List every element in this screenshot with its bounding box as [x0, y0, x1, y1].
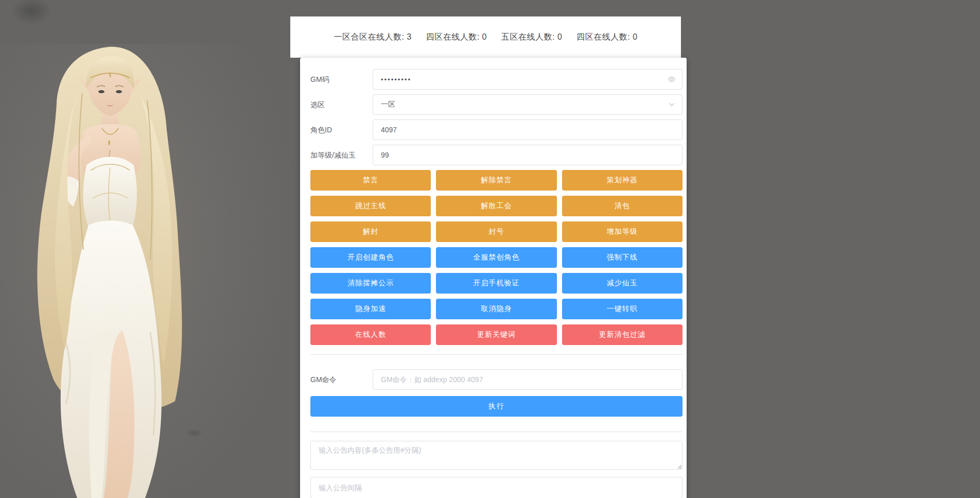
- unban-button[interactable]: 解封: [310, 221, 431, 242]
- mute-button[interactable]: 禁言: [310, 170, 431, 191]
- button-row-1: 禁言 解除禁言 策划神器: [310, 170, 682, 191]
- one-key-class-change-button[interactable]: 一键转职: [562, 299, 682, 319]
- disband-guild-button[interactable]: 解散工会: [436, 196, 556, 216]
- unmute-button[interactable]: 解除禁言: [436, 170, 556, 191]
- form-row-level: 加等级/减仙玉: [310, 145, 682, 165]
- role-id-input[interactable]: [373, 120, 682, 140]
- update-clearbag-filter-button[interactable]: 更新清包过滤: [562, 324, 682, 345]
- button-row-2: 跳过主线 解散工会 清包: [310, 196, 682, 216]
- planner-tool-button[interactable]: 策划神器: [562, 170, 682, 191]
- gm-panel-card: GM码 ••••••••• 选区 一区 角色ID: [300, 58, 687, 498]
- level-label: 加等级/减仙玉: [310, 145, 373, 165]
- divider: [310, 354, 682, 355]
- eye-icon[interactable]: [668, 75, 676, 83]
- gm-command-label: GM命令: [310, 369, 373, 390]
- button-row-4: 开启创建角色 全服禁创角色 强制下线: [310, 247, 682, 268]
- clear-bag-button[interactable]: 清包: [562, 196, 682, 216]
- clear-stall-notice-button[interactable]: 清除摆摊公示: [310, 273, 431, 294]
- form-row-gm-command: GM命令: [310, 369, 682, 390]
- watermark-smudge: [11, 0, 51, 25]
- stat-zone4-online: 四区在线人数: 0: [426, 32, 487, 43]
- background-smudge: [185, 429, 203, 437]
- ban-button[interactable]: 封号: [436, 221, 556, 242]
- gm-command-input[interactable]: [373, 370, 682, 389]
- stat-zone4b-online: 四区在线人数: 0: [576, 32, 637, 43]
- stealth-speed-button[interactable]: 隐身加速: [310, 299, 431, 319]
- button-row-7: 在线人数 更新关键词 更新清包过滤: [310, 324, 682, 345]
- button-row-3: 解封 封号 增加等级: [310, 221, 682, 242]
- stat-zone5-online: 五区在线人数: 0: [501, 32, 562, 43]
- elf-character-illustration: [0, 44, 300, 498]
- announcement-content-textarea[interactable]: [310, 441, 682, 470]
- button-row-6: 隐身加速 取消隐身 一键转职: [310, 299, 682, 319]
- form-row-gm-code: GM码 •••••••••: [310, 69, 682, 90]
- online-stats-bar: 一区合区在线人数: 3 四区在线人数: 0 五区在线人数: 0 四区在线人数: …: [290, 16, 681, 58]
- force-offline-button[interactable]: 强制下线: [562, 247, 682, 268]
- gm-code-input[interactable]: •••••••••: [373, 69, 682, 90]
- update-keywords-button[interactable]: 更新关键词: [436, 324, 556, 345]
- level-input[interactable]: [373, 145, 682, 165]
- cancel-stealth-button[interactable]: 取消隐身: [436, 299, 556, 319]
- form-row-zone: 选区 一区: [310, 94, 682, 115]
- zone-select[interactable]: 一区: [373, 94, 682, 115]
- online-count-button[interactable]: 在线人数: [310, 324, 431, 345]
- execute-button[interactable]: 执行: [310, 396, 682, 417]
- add-level-button[interactable]: 增加等级: [562, 221, 682, 242]
- enable-phone-verify-button[interactable]: 开启手机验证: [436, 273, 556, 294]
- gm-code-label: GM码: [310, 69, 373, 90]
- gm-code-masked-value: •••••••••: [373, 76, 419, 83]
- stat-zone1-online: 一区合区在线人数: 3: [334, 32, 411, 43]
- character-artwork: [0, 44, 300, 498]
- zone-label: 选区: [310, 94, 373, 115]
- divider: [310, 432, 682, 432]
- reduce-jade-button[interactable]: 减少仙玉: [562, 273, 682, 294]
- skip-mainline-button[interactable]: 跳过主线: [310, 196, 431, 216]
- zone-selected-value: 一区: [373, 100, 403, 109]
- announcement-section: [310, 441, 682, 498]
- forbid-create-role-button[interactable]: 全服禁创角色: [436, 247, 556, 268]
- chevron-down-icon: [668, 100, 676, 109]
- announcement-interval-input[interactable]: [311, 477, 682, 498]
- role-id-label: 角色ID: [310, 119, 373, 140]
- enable-create-role-button[interactable]: 开启创建角色: [310, 247, 431, 268]
- form-row-role-id: 角色ID: [310, 119, 682, 140]
- button-row-5: 清除摆摊公示 开启手机验证 减少仙玉: [310, 273, 682, 294]
